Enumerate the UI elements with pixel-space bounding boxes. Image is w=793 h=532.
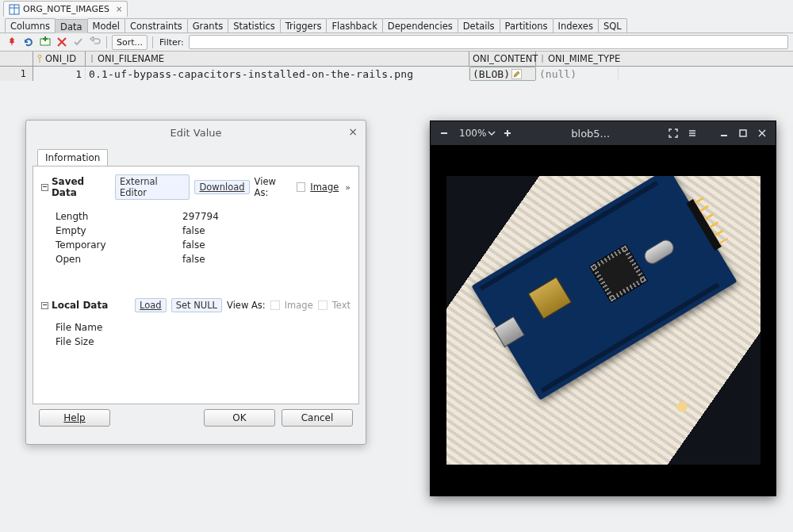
col-label: ONI_FILENAME bbox=[98, 53, 164, 64]
dialog-buttons: Help OK Cancel bbox=[33, 404, 359, 427]
help-button[interactable]: Help bbox=[39, 409, 110, 427]
close-icon[interactable]: × bbox=[348, 125, 358, 138]
key-icon bbox=[36, 54, 43, 63]
zoom-level[interactable]: 100% bbox=[459, 128, 496, 139]
length-value: 297794 bbox=[182, 211, 351, 222]
set-null-button[interactable]: Set NULL bbox=[171, 298, 222, 312]
view-as-label: View As: bbox=[255, 176, 292, 198]
file-size-key: File Size bbox=[56, 336, 182, 347]
section-label: Saved Data bbox=[52, 176, 112, 198]
blob-image-preview bbox=[446, 176, 760, 465]
ok-button[interactable]: OK bbox=[204, 409, 275, 427]
editor-tab-org-note-images[interactable]: ORG_NOTE_IMAGES × bbox=[3, 1, 128, 17]
col-header-oni-id[interactable]: ONI_ID bbox=[33, 52, 86, 66]
sort-button[interactable]: Sort... bbox=[112, 35, 147, 50]
close-icon[interactable]: × bbox=[113, 5, 122, 13]
external-editor-button[interactable]: External Editor bbox=[115, 174, 190, 200]
cell-oni-mime-type[interactable]: (null) bbox=[536, 67, 619, 81]
temporary-value: false bbox=[182, 239, 351, 251]
subtab-partitions[interactable]: Partitions bbox=[500, 18, 554, 33]
subtab-indexes[interactable]: Indexes bbox=[553, 18, 599, 33]
close-icon[interactable] bbox=[753, 124, 771, 142]
chevron-right-icon[interactable]: » bbox=[345, 182, 351, 193]
zoom-in-icon[interactable] bbox=[499, 124, 516, 142]
fullscreen-icon[interactable] bbox=[665, 124, 682, 142]
load-button[interactable]: Load bbox=[135, 298, 167, 312]
image-label-disabled: Image bbox=[285, 300, 313, 311]
col-label: ONI_MIME_TYPE bbox=[548, 53, 620, 64]
subtab-sql[interactable]: SQL bbox=[598, 18, 627, 33]
subtab-grants[interactable]: Grants bbox=[187, 18, 228, 33]
local-data-section: − Local Data Load Set NULL View As: Imag… bbox=[41, 298, 351, 312]
image-checkbox-disabled bbox=[270, 300, 280, 310]
maximize-icon[interactable] bbox=[734, 124, 752, 142]
image-checkbox[interactable] bbox=[297, 182, 306, 192]
mcu-chip bbox=[588, 244, 647, 303]
download-button[interactable]: Download bbox=[194, 180, 249, 194]
hamburger-icon[interactable] bbox=[684, 124, 701, 142]
subtab-columns[interactable]: Columns bbox=[5, 18, 56, 33]
subtab-details[interactable]: Details bbox=[458, 18, 500, 33]
table-row[interactable]: 1 1 0.1-uf-bypass-capacitors-installed-o… bbox=[0, 67, 793, 81]
file-size-value bbox=[182, 336, 351, 347]
cancel-button[interactable]: Cancel bbox=[282, 409, 353, 427]
open-key: Open bbox=[56, 254, 182, 265]
viewer-canvas[interactable] bbox=[431, 145, 776, 496]
subtab-data[interactable]: Data bbox=[55, 19, 87, 33]
subtab-flashback[interactable]: Flashback bbox=[326, 18, 382, 33]
length-key: Length bbox=[56, 211, 182, 222]
col-header-oni-mime-type[interactable]: ONI_MIME_TYPE bbox=[536, 52, 619, 66]
svg-rect-12 bbox=[441, 132, 447, 134]
col-header-oni-content[interactable]: ONI_CONTENT bbox=[469, 52, 536, 66]
subtab-model[interactable]: Model bbox=[87, 18, 126, 33]
blob-label: (BLOB) bbox=[473, 68, 510, 80]
collapse-icon[interactable]: − bbox=[41, 302, 48, 309]
image-viewer-window: 100% blob5... bbox=[430, 121, 776, 496]
minimize-icon[interactable] bbox=[715, 124, 733, 142]
cell-oni-content-blob[interactable]: (BLOB) bbox=[469, 67, 536, 81]
col-header-oni-filename[interactable]: ONI_FILENAME bbox=[86, 52, 469, 66]
tab-information[interactable]: Information bbox=[37, 149, 108, 166]
view-as-label: View As: bbox=[227, 300, 266, 311]
editor-tab-label: ORG_NOTE_IMAGES bbox=[23, 4, 109, 14]
cell-oni-id[interactable]: 1 bbox=[33, 67, 86, 81]
filter-input[interactable] bbox=[189, 35, 788, 49]
commit-icon[interactable] bbox=[71, 36, 85, 49]
viewer-titlebar[interactable]: 100% blob5... bbox=[431, 121, 776, 145]
subtab-constraints[interactable]: Constraints bbox=[125, 18, 188, 33]
pin-header bbox=[686, 199, 722, 251]
svg-rect-19 bbox=[740, 130, 746, 136]
section-label: Local Data bbox=[52, 300, 108, 311]
pencil-icon[interactable] bbox=[511, 69, 522, 79]
subtab-dependencies[interactable]: Dependencies bbox=[382, 18, 458, 33]
open-value: false bbox=[182, 254, 351, 265]
collapse-icon[interactable]: − bbox=[41, 184, 48, 191]
object-subtabs: Columns Data Model Constraints Grants St… bbox=[0, 17, 793, 33]
subtab-statistics[interactable]: Statistics bbox=[228, 18, 281, 33]
cell-oni-filename[interactable]: 0.1-uf-bypass-capacitors-installed-on-th… bbox=[86, 67, 469, 81]
insert-row-icon[interactable] bbox=[38, 36, 52, 49]
delete-row-icon[interactable] bbox=[55, 36, 68, 49]
zoom-out-icon[interactable] bbox=[435, 124, 453, 142]
separator bbox=[152, 36, 153, 48]
text-label-disabled: Text bbox=[332, 300, 351, 311]
text-checkbox-disabled bbox=[318, 300, 328, 310]
empty-value: false bbox=[182, 225, 351, 236]
file-name-key: File Name bbox=[56, 322, 182, 333]
pin-icon[interactable] bbox=[5, 36, 18, 49]
col-label: ONI_CONTENT bbox=[473, 53, 538, 64]
refresh-icon[interactable] bbox=[21, 36, 35, 49]
chevron-down-icon bbox=[488, 129, 496, 137]
dialog-titlebar[interactable]: Edit Value × bbox=[26, 121, 366, 144]
subtab-triggers[interactable]: Triggers bbox=[280, 18, 328, 33]
edit-value-dialog: Edit Value × Information − Saved Data Ex… bbox=[25, 120, 366, 445]
svg-point-8 bbox=[38, 55, 41, 58]
column-icon bbox=[539, 54, 546, 63]
dialog-title-text: Edit Value bbox=[170, 127, 221, 139]
rollback-icon[interactable] bbox=[88, 36, 102, 49]
empty-key: Empty bbox=[56, 225, 182, 236]
crystal bbox=[641, 237, 676, 267]
jumper-block bbox=[527, 277, 572, 320]
table-icon bbox=[9, 4, 20, 15]
image-checkbox-label[interactable]: Image bbox=[310, 182, 339, 193]
